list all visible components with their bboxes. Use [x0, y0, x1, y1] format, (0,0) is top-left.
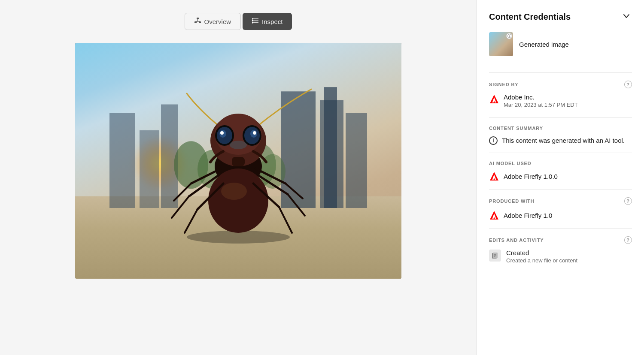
ai-model-label: AI MODEL USED — [489, 161, 532, 166]
tab-inspect-label: Inspect — [262, 18, 283, 25]
main-image-container — [75, 43, 401, 279]
adobe-logo-signed-by — [489, 94, 499, 104]
right-panel: Content Credentials ⓘ Generated image SI… — [477, 0, 644, 355]
collapse-button[interactable] — [621, 10, 632, 24]
signed-by-section: SIGNED BY ? — [489, 81, 632, 88]
adobe-logo-produced-with — [489, 210, 499, 220]
main-content: Overview Inspect — [0, 0, 477, 355]
edits-section: EDITS AND ACTIVITY ? — [489, 236, 632, 244]
signer-date: Mar 20, 2023 at 1:57 PM EDT — [504, 102, 578, 108]
image-thumbnail: ⓘ — [489, 32, 513, 56]
svg-rect-0 — [197, 18, 199, 19]
signed-by-help-icon[interactable]: ? — [624, 81, 632, 88]
divider-5 — [489, 228, 632, 229]
ai-model-row: Adobe Firefly 1.0.0 — [489, 171, 632, 181]
overview-icon — [194, 18, 201, 25]
inspect-icon — [252, 18, 258, 25]
produced-with-row: Adobe Firefly 1.0 — [489, 210, 632, 220]
edit-info: Created Created a new file or content — [506, 249, 577, 264]
ai-model-name: Adobe Firefly 1.0.0 — [504, 173, 558, 180]
svg-rect-16 — [346, 113, 367, 208]
tab-overview-label: Overview — [204, 18, 231, 25]
thumbnail-label: Generated image — [519, 41, 569, 48]
signer-info: Adobe Inc. Mar 20, 2023 at 1:57 PM EDT — [504, 93, 578, 108]
svg-rect-8 — [252, 18, 253, 20]
divider-4 — [489, 189, 632, 190]
svg-rect-36 — [232, 157, 245, 166]
chevron-down-icon — [623, 12, 630, 20]
svg-line-48 — [279, 207, 292, 233]
svg-rect-11 — [109, 113, 135, 208]
edit-created-icon — [489, 250, 501, 262]
summary-row: i This content was generated with an AI … — [489, 136, 632, 145]
ant-image — [75, 43, 401, 279]
thumbnail-row: ⓘ Generated image — [489, 32, 632, 56]
ant-figure — [148, 85, 328, 244]
tab-bar: Overview Inspect — [185, 13, 292, 30]
thumbnail-badge: ⓘ — [506, 33, 512, 39]
svg-line-42 — [185, 209, 197, 233]
panel-header: Content Credentials — [489, 10, 632, 24]
produced-with-label: PRODUCED WITH — [489, 199, 535, 204]
ai-model-section: AI MODEL USED — [489, 161, 632, 166]
svg-point-49 — [221, 183, 247, 200]
adobe-logo-ai-model — [489, 171, 499, 181]
panel-title: Content Credentials — [489, 12, 571, 22]
edits-label: EDITS AND ACTIVITY — [489, 238, 544, 243]
svg-line-44 — [286, 184, 303, 199]
divider-3 — [489, 153, 632, 153]
edit-title: Created — [506, 249, 577, 256]
signer-row: Adobe Inc. Mar 20, 2023 at 1:57 PM EDT — [489, 93, 632, 108]
edit-row: Created Created a new file or content — [489, 249, 632, 264]
info-icon: i — [489, 136, 498, 145]
summary-text: This content was generated with an AI to… — [502, 136, 625, 145]
svg-rect-10 — [252, 22, 253, 24]
svg-rect-9 — [252, 20, 253, 21]
edit-description: Created a new file or content — [506, 257, 577, 264]
svg-point-35 — [253, 131, 256, 135]
produced-with-help-icon[interactable]: ? — [624, 197, 632, 205]
tab-overview[interactable]: Overview — [185, 13, 241, 30]
produced-with-section: PRODUCED WITH ? — [489, 197, 632, 205]
signer-name: Adobe Inc. — [504, 93, 578, 101]
svg-point-31 — [220, 131, 224, 135]
produced-with-name: Adobe Firefly 1.0 — [504, 212, 552, 219]
svg-point-50 — [230, 141, 247, 149]
divider-2 — [489, 117, 632, 118]
content-summary-section: CONTENT SUMMARY — [489, 126, 632, 131]
edits-help-icon[interactable]: ? — [624, 236, 632, 244]
signed-by-label: SIGNED BY — [489, 82, 518, 87]
svg-point-24 — [208, 168, 268, 233]
tab-inspect[interactable]: Inspect — [243, 13, 292, 30]
content-summary-label: CONTENT SUMMARY — [489, 126, 543, 131]
divider-1 — [489, 72, 632, 73]
